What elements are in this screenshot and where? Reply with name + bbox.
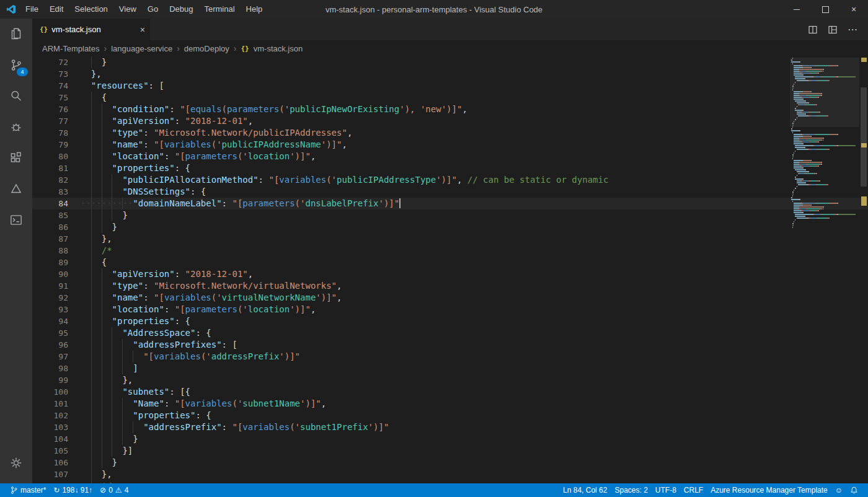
git-branch-status[interactable]: master* <box>6 486 50 495</box>
breadcrumb-item-file[interactable]: vm-stack.json <box>254 44 303 53</box>
code-line[interactable]: 105 }] <box>32 445 868 457</box>
overview-ruler <box>859 56 868 483</box>
minimap[interactable] <box>790 58 859 483</box>
window-close-button[interactable]: × <box>839 0 868 19</box>
menu-go[interactable]: Go <box>142 0 164 19</box>
code-editor[interactable]: 72 }73 },74 "resources": [75 {76 "condit… <box>32 56 868 483</box>
json-file-icon: {} <box>241 45 249 53</box>
problems-status[interactable]: ⊘ 0 ⚠ 4 <box>96 486 132 495</box>
code-line[interactable]: 74 "resources": [ <box>32 80 868 92</box>
code-line[interactable]: 99 }, <box>32 374 868 386</box>
maximize-icon <box>822 6 829 13</box>
code-lines: 72 }73 },74 "resources": [75 {76 "condit… <box>32 56 868 483</box>
tab-close-icon[interactable]: × <box>140 25 145 35</box>
code-line[interactable]: 79 "name": "[variables('publicIPAddressN… <box>32 139 868 151</box>
code-line[interactable]: 81 "properties": { <box>32 162 868 174</box>
code-line[interactable]: 78 "type": "Microsoft.Network/publicIPAd… <box>32 127 868 139</box>
menu-debug[interactable]: Debug <box>164 0 198 19</box>
code-line[interactable]: 100 "subnets": [{ <box>32 386 868 398</box>
code-line[interactable]: 91 "type": "Microsoft.Network/virtualNet… <box>32 280 868 292</box>
code-line[interactable]: 84··········"domainNameLabel": "[paramet… <box>32 198 868 209</box>
menu-file[interactable]: File <box>20 0 44 19</box>
settings-gear-icon <box>9 455 24 470</box>
cursor-position-status[interactable]: Ln 84, Col 62 <box>559 486 611 495</box>
menu-terminal[interactable]: Terminal <box>198 0 240 19</box>
code-line[interactable]: 90 "apiVersion": "2018-12-01", <box>32 268 868 280</box>
code-line[interactable]: 106 } <box>32 457 868 468</box>
code-line[interactable]: 75 { <box>32 92 868 103</box>
status-bar-right: Ln 84, Col 62 Spaces: 2 UTF-8 CRLF Azure… <box>559 486 862 495</box>
code-line[interactable]: 72 } <box>32 56 868 68</box>
code-line[interactable]: 93 "location": "[parameters('location')]… <box>32 304 868 315</box>
scm-badge: 4 <box>17 68 28 76</box>
code-line[interactable]: 85 } <box>32 209 868 221</box>
json-file-icon: {} <box>40 25 48 33</box>
code-line[interactable]: 102 "properties": { <box>32 410 868 421</box>
code-line[interactable]: 77 "apiVersion": "2018-12-01", <box>32 115 868 127</box>
activity-bar-source-control[interactable]: 4 <box>0 50 32 81</box>
code-line[interactable]: 97 "[variables('addressPrefix')]" <box>32 351 868 363</box>
breadcrumb-item-arm-templates[interactable]: ARM-Templates <box>42 44 99 53</box>
indentation-status[interactable]: Spaces: 2 <box>611 486 651 495</box>
ruler-marker <box>861 58 867 62</box>
activity-bar-settings[interactable] <box>0 447 32 478</box>
scrollbar-thumb[interactable] <box>861 87 867 187</box>
code-line[interactable]: 82 "publicIPAllocationMethod": "[variabl… <box>32 174 868 186</box>
line-number: 88 <box>32 245 81 257</box>
code-line[interactable]: 92 "name": "[variables('virtualNetworkNa… <box>32 292 868 304</box>
code-line[interactable]: 108 */ <box>32 480 868 483</box>
code-line[interactable]: 95 "AddressSpace": { <box>32 327 868 339</box>
activity-bar-search[interactable] <box>0 81 32 112</box>
menu-selection[interactable]: Selection <box>69 0 113 19</box>
window-minimize-button[interactable]: ─ <box>782 0 811 19</box>
code-line[interactable]: 94 "properties": { <box>32 315 868 327</box>
code-line[interactable]: 80 "location": "[parameters('location')]… <box>32 151 868 162</box>
branch-name: master* <box>20 486 46 495</box>
code-line[interactable]: 76 "condition": "[equals(parameters('pub… <box>32 103 868 115</box>
terminal-icon <box>9 213 24 227</box>
code-line[interactable]: 96 "addressPrefixes": [ <box>32 339 868 351</box>
tab-vm-stack-json[interactable]: {} vm-stack.json × <box>32 19 150 40</box>
sync-status[interactable]: ↻ 198↓ 91↑ <box>50 486 96 495</box>
code-line[interactable]: 86 } <box>32 221 868 233</box>
menu-help[interactable]: Help <box>241 0 268 19</box>
code-line[interactable]: 88 /* <box>32 245 868 257</box>
code-text: "properties": { <box>81 162 190 174</box>
code-line[interactable]: 104 } <box>32 433 868 445</box>
language-mode-status[interactable]: Azure Resource Manager Template <box>707 486 831 495</box>
activity-bar-extensions[interactable] <box>0 143 32 174</box>
code-text: "location": "[parameters('location')]", <box>81 151 316 162</box>
activity-bar-explorer[interactable] <box>0 19 32 50</box>
code-text: }] <box>81 445 133 457</box>
menu-bar: File Edit Selection View Go Debug Termin… <box>20 0 268 19</box>
code-line[interactable]: 87 }, <box>32 233 868 245</box>
menu-edit[interactable]: Edit <box>44 0 69 19</box>
eol-status[interactable]: CRLF <box>680 486 707 495</box>
encoding-status[interactable]: UTF-8 <box>652 486 680 495</box>
activity-bar-terminal[interactable] <box>0 205 32 235</box>
code-line[interactable]: 98 ] <box>32 363 868 374</box>
code-line[interactable]: 103 "addressPrefix": "[variables('subnet… <box>32 421 868 433</box>
line-number: 91 <box>32 280 81 292</box>
more-actions-icon[interactable]: ⋯ <box>848 24 858 35</box>
line-number: 84 <box>32 198 81 209</box>
activity-bar-arm-tools[interactable] <box>0 174 32 205</box>
code-line[interactable]: 101 "Name": "[variables('subnet1Name')]"… <box>32 398 868 410</box>
feedback-smiley-icon[interactable]: ☺ <box>831 486 846 495</box>
window-maximize-button[interactable] <box>811 0 839 19</box>
minimap-slider[interactable] <box>790 58 859 127</box>
code-line[interactable]: 73 }, <box>32 68 868 80</box>
code-line[interactable]: 89 { <box>32 257 868 268</box>
code-text: "type": "Microsoft.Network/virtualNetwor… <box>81 280 342 292</box>
activity-bar-debug[interactable] <box>0 112 32 143</box>
notifications-bell-icon[interactable] <box>846 486 862 495</box>
breadcrumb-item-language-service[interactable]: language-service <box>111 44 172 53</box>
code-line[interactable]: 83 "DNSSettings": { <box>32 186 868 198</box>
breadcrumb-item-demodeploy[interactable]: demoDeploy <box>184 44 229 53</box>
code-text: ··········"domainNameLabel": "[parameter… <box>81 198 401 209</box>
menu-view[interactable]: View <box>113 0 142 19</box>
code-line[interactable]: 107 }, <box>32 468 868 480</box>
editor-layout-icon[interactable] <box>828 25 838 35</box>
split-editor-icon[interactable] <box>808 25 818 35</box>
code-text: "[variables('addressPrefix')]" <box>81 351 300 363</box>
